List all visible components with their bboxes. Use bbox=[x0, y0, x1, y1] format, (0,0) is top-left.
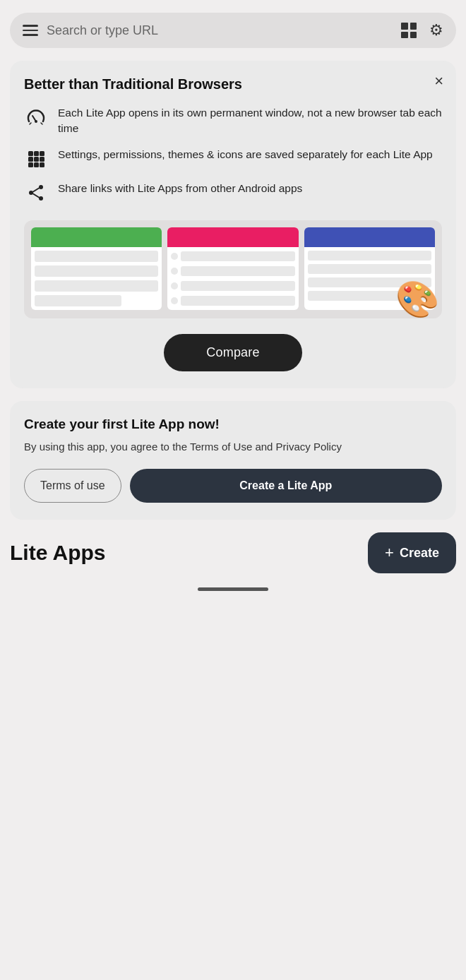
lite-apps-title: Lite Apps bbox=[10, 541, 106, 565]
create-fab-label: Create bbox=[400, 546, 439, 561]
svg-rect-4 bbox=[40, 151, 44, 156]
feature-item-1: Each Lite App opens in its own permanent… bbox=[24, 105, 442, 137]
svg-rect-2 bbox=[28, 151, 33, 156]
card-title: Better than Traditional Browsers bbox=[24, 76, 442, 92]
compare-button-wrapper: Compare bbox=[24, 334, 442, 371]
browser-window-1 bbox=[31, 227, 162, 310]
grid-apps-icon bbox=[24, 147, 48, 171]
svg-point-13 bbox=[39, 196, 43, 201]
svg-rect-3 bbox=[34, 151, 39, 156]
feature-item-3: Share links with Lite Apps from other An… bbox=[24, 181, 442, 205]
search-bar[interactable]: Search or type URL ⚙ bbox=[10, 13, 456, 48]
feature-list: Each Lite App opens in its own permanent… bbox=[24, 105, 442, 205]
card2-title: Create your first Lite App now! bbox=[24, 417, 442, 432]
create-fab-button[interactable]: + Create bbox=[368, 532, 456, 573]
svg-line-15 bbox=[33, 193, 39, 197]
card2-description: By using this app, you agree to the Term… bbox=[24, 439, 442, 455]
svg-point-1 bbox=[35, 120, 37, 123]
hamburger-menu-icon[interactable] bbox=[23, 25, 38, 36]
home-indicator bbox=[198, 587, 268, 591]
browser-window-2 bbox=[167, 227, 298, 310]
feature-text-2: Settings, permissions, themes & icons ar… bbox=[58, 147, 433, 162]
svg-rect-9 bbox=[34, 162, 39, 167]
feature-text-3: Share links with Lite Apps from other An… bbox=[58, 181, 302, 196]
feature-card: Better than Traditional Browsers × Each … bbox=[10, 61, 456, 388]
close-button[interactable]: × bbox=[434, 73, 443, 89]
svg-rect-6 bbox=[34, 157, 39, 162]
gear-icon[interactable]: ⚙ bbox=[429, 21, 443, 40]
share-icon bbox=[24, 181, 48, 205]
create-fab-plus-icon: + bbox=[385, 544, 394, 562]
browser-comparison: 🎨 bbox=[24, 220, 442, 318]
terms-of-use-button[interactable]: Terms of use bbox=[24, 469, 121, 503]
svg-rect-10 bbox=[40, 162, 44, 167]
feature-text-1: Each Lite App opens in its own permanent… bbox=[58, 105, 442, 137]
svg-line-14 bbox=[33, 188, 39, 191]
card2-actions: Terms of use Create a Lite App bbox=[24, 469, 442, 503]
svg-point-11 bbox=[39, 185, 43, 189]
gauge-icon bbox=[24, 105, 48, 129]
compare-button[interactable]: Compare bbox=[164, 334, 301, 371]
palette-emoji: 🎨 bbox=[395, 282, 439, 317]
search-input[interactable]: Search or type URL bbox=[47, 23, 393, 38]
bottom-section: Lite Apps + Create bbox=[10, 532, 456, 573]
create-lite-app-card: Create your first Lite App now! By using… bbox=[10, 401, 456, 520]
svg-point-12 bbox=[29, 191, 33, 195]
svg-rect-7 bbox=[40, 157, 44, 162]
create-lite-app-button[interactable]: Create a Lite App bbox=[130, 469, 442, 503]
svg-rect-8 bbox=[28, 162, 33, 167]
feature-item-2: Settings, permissions, themes & icons ar… bbox=[24, 147, 442, 171]
tabs-icon[interactable] bbox=[401, 23, 417, 38]
svg-rect-5 bbox=[28, 157, 33, 162]
